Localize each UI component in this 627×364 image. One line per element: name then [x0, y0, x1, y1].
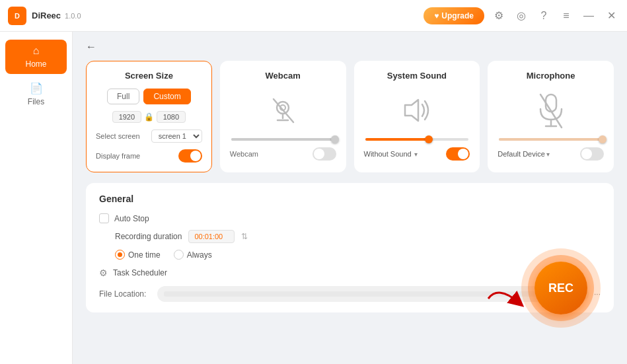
settings-icon[interactable]: ◎ [513, 8, 529, 24]
webcam-card: Webcam [220, 61, 346, 172]
system-sound-toggle[interactable] [446, 147, 470, 161]
system-sound-slider-row [364, 138, 470, 141]
custom-button[interactable]: Custom [143, 89, 190, 104]
app-title: DiReec [32, 11, 61, 20]
sidebar: ⌂ Home 📄 Files [0, 32, 73, 364]
size-toggle-row: Full Custom [96, 89, 202, 104]
coin-icon[interactable]: ⚙ [491, 8, 507, 24]
sidebar-item-files[interactable]: 📄 Files [5, 77, 67, 112]
titlebar-right: ♥ Upgrade ⚙ ◎ ? ≡ — ✕ [424, 7, 619, 24]
width-input[interactable] [112, 111, 141, 123]
sound-dropdown-icon[interactable]: ▾ [414, 151, 418, 158]
svg-rect-3 [546, 94, 556, 112]
auto-stop-checkbox[interactable] [99, 213, 109, 223]
rec-outer-ring: REC [521, 248, 601, 328]
screen-size-title: Screen Size [96, 71, 202, 81]
webcam-icon-area [230, 89, 336, 131]
system-sound-card: System Sound Without So [354, 61, 480, 172]
rec-button-container: REC [521, 248, 601, 328]
webcam-label: Webcam [230, 150, 258, 158]
back-button[interactable]: ← [86, 41, 102, 53]
app-logo: D [8, 7, 26, 25]
one-time-radio[interactable] [115, 250, 125, 260]
duration-stepper-icon[interactable]: ⇅ [241, 232, 248, 241]
help-icon[interactable]: ? [536, 8, 552, 24]
one-time-label: One time [128, 250, 161, 260]
display-frame-label: Display frame [96, 152, 140, 160]
always-label: Always [187, 250, 212, 260]
sidebar-item-files-label: Files [28, 97, 44, 106]
task-scheduler-icon: ⚙ [99, 268, 108, 278]
svg-point-0 [277, 102, 289, 114]
mic-off-icon [535, 94, 568, 127]
select-screen-label: Select screen [96, 132, 140, 140]
dimension-row: 🔒 [96, 111, 202, 123]
rec-button[interactable]: REC [535, 262, 587, 314]
default-device-label: Default Device [498, 150, 545, 158]
height-input[interactable] [157, 111, 186, 123]
microphone-card: Microphone [488, 61, 614, 172]
mic-slider-row [498, 138, 604, 141]
microphone-icon-area [498, 89, 604, 131]
rec-inner-ring: REC [528, 255, 594, 321]
mic-slider[interactable] [499, 138, 603, 141]
file-location-label: File Location: [99, 289, 152, 299]
cards-row: Screen Size Full Custom 🔒 Select screen … [86, 61, 614, 172]
microphone-title: Microphone [498, 71, 604, 81]
close-button[interactable]: ✕ [603, 8, 619, 24]
webcam-bottom-row: Webcam [230, 147, 336, 161]
upgrade-button[interactable]: ♥ Upgrade [424, 7, 484, 24]
app-version: 1.0.0 [65, 12, 81, 20]
system-sound-title: System Sound [364, 71, 470, 81]
without-sound-label: Without Sound [364, 150, 412, 158]
one-time-option[interactable]: One time [115, 250, 161, 260]
files-icon: 📄 [30, 82, 43, 94]
auto-stop-label: Auto Stop [114, 214, 149, 223]
system-sound-bottom-row: Without Sound ▾ [364, 147, 470, 161]
upgrade-heart-icon: ♥ [434, 11, 439, 20]
auto-stop-row: Auto Stop [99, 213, 601, 223]
microphone-toggle[interactable] [580, 147, 604, 161]
display-frame-toggle[interactable] [178, 149, 202, 163]
mic-dropdown-icon[interactable]: ▾ [546, 151, 550, 158]
sidebar-item-home-label: Home [25, 59, 46, 69]
always-option[interactable]: Always [174, 250, 212, 260]
system-sound-slider[interactable] [365, 138, 469, 141]
system-sound-icon-area [364, 89, 470, 131]
recording-duration-label: Recording duration [115, 232, 182, 241]
screen-size-card: Screen Size Full Custom 🔒 Select screen … [86, 61, 212, 172]
webcam-slider-row [230, 138, 336, 141]
home-icon: ⌂ [33, 45, 40, 57]
speaker-icon [400, 93, 434, 127]
webcam-title: Webcam [230, 71, 336, 81]
sidebar-item-home[interactable]: ⌂ Home [5, 40, 67, 74]
select-screen-row: Select screen screen 1 [96, 129, 202, 143]
duration-input[interactable] [188, 230, 235, 243]
lock-icon: 🔒 [144, 112, 154, 122]
webcam-slider[interactable] [231, 138, 335, 141]
recording-duration-row: Recording duration ⇅ [99, 230, 601, 243]
microphone-bottom-row: Default Device ▾ [498, 147, 604, 161]
general-title: General [99, 194, 601, 204]
menu-icon[interactable]: ≡ [558, 8, 574, 24]
minimize-button[interactable]: — [581, 8, 597, 24]
display-frame-row: Display frame [96, 149, 202, 163]
task-scheduler-label: Task Scheduler [113, 268, 167, 277]
webcam-toggle[interactable] [313, 147, 336, 161]
titlebar: D DiReec 1.0.0 ♥ Upgrade ⚙ ◎ ? ≡ — ✕ [0, 0, 627, 32]
always-radio[interactable] [174, 250, 184, 260]
webcam-off-icon [265, 92, 301, 128]
full-button[interactable]: Full [107, 89, 139, 104]
screen-select[interactable]: screen 1 [151, 129, 202, 143]
